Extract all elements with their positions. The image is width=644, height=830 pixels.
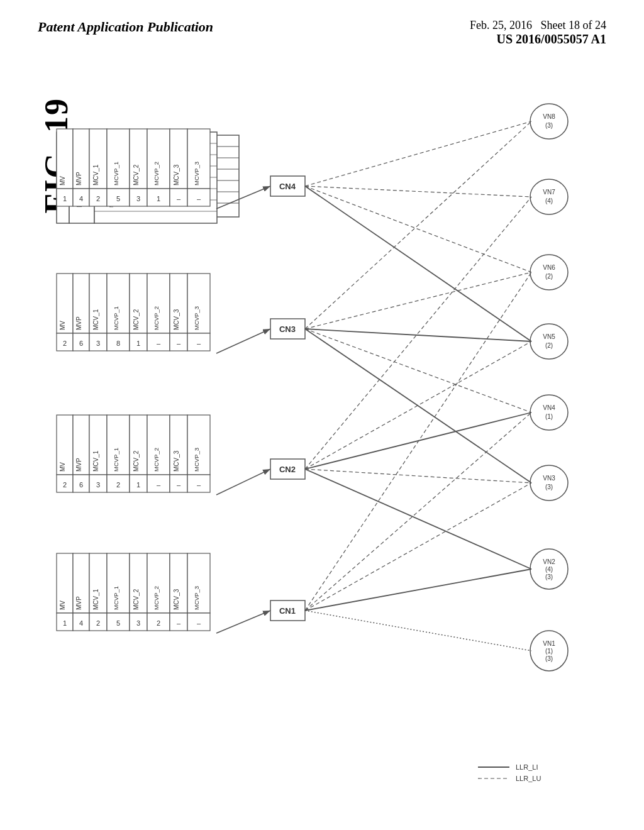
cn1-vn6-dashed <box>305 272 531 611</box>
svg-text:MCV_1: MCV_1 <box>92 164 99 185</box>
svg-text:MCV_3: MCV_3 <box>173 589 180 610</box>
vn5-circle: VN5 (2) <box>530 324 568 359</box>
cn3-vn8-dashed <box>305 121 531 329</box>
cn4-vn5-solid <box>305 186 531 341</box>
svg-text:–: – <box>197 481 201 489</box>
svg-text:–: – <box>177 481 181 489</box>
svg-text:–: – <box>177 340 181 347</box>
svg-text:MCV_1: MCV_1 <box>92 589 99 610</box>
svg-text:MCVP_1: MCVP_1 <box>113 448 119 472</box>
diagram-svg: MV MVP MCV_1 MCVP_1 MCV_2 MCVP_2 MCV_3 1… <box>0 82 644 805</box>
svg-text:MVP: MVP <box>75 458 82 472</box>
svg-text:(3): (3) <box>545 122 553 129</box>
cn1-vn2-solid <box>305 569 531 611</box>
svg-text:1: 1 <box>136 481 140 489</box>
svg-text:(2): (2) <box>545 273 553 280</box>
svg-text:MCVP_1: MCVP_1 <box>113 306 119 330</box>
svg-text:–: – <box>197 619 201 627</box>
svg-text:–: – <box>197 195 201 202</box>
vn2-circle: VN2 (4) (3) <box>530 549 568 589</box>
arrow-table1-cn1 <box>216 611 270 633</box>
cn3-vn5-solid <box>305 329 531 341</box>
pub-number: US 2016/0055057 A1 <box>497 32 606 47</box>
svg-text:VN6: VN6 <box>543 264 555 271</box>
svg-point-181 <box>530 179 568 214</box>
pub-date-sheet: Feb. 25, 2016 Sheet 18 of 24 <box>470 19 606 32</box>
svg-text:1: 1 <box>63 619 67 627</box>
svg-text:2: 2 <box>96 195 100 202</box>
svg-text:MV: MV <box>59 321 66 330</box>
vn6-circle: VN6 (2) <box>530 255 568 290</box>
cn3-box: CN3 <box>270 319 305 339</box>
svg-text:MCVP_3: MCVP_3 <box>193 586 200 610</box>
svg-text:CN3: CN3 <box>279 324 296 334</box>
svg-text:MV: MV <box>59 462 66 472</box>
cn3-vn3-solid <box>305 329 531 483</box>
svg-text:–: – <box>157 340 161 347</box>
svg-text:1: 1 <box>136 340 140 347</box>
svg-text:4: 4 <box>79 619 83 627</box>
cn2-table: MV MVP MCV_1 MCVP_1 MCV_2 MCVP_2 MCV_3 M… <box>57 415 210 492</box>
svg-text:(1): (1) <box>545 648 553 655</box>
svg-text:1: 1 <box>157 195 160 202</box>
svg-text:4: 4 <box>79 195 83 202</box>
svg-text:MCV_3: MCV_3 <box>173 309 180 330</box>
svg-text:(3): (3) <box>545 655 553 662</box>
svg-text:MCV_3: MCV_3 <box>173 450 180 472</box>
svg-text:–: – <box>157 481 161 489</box>
svg-text:MV: MV <box>59 176 66 185</box>
vn1-circle: VN1 (1) (3) <box>530 631 568 671</box>
svg-text:–: – <box>177 619 181 627</box>
svg-point-184 <box>530 255 568 290</box>
svg-text:5: 5 <box>116 619 120 627</box>
arrow-table2-cn2 <box>216 469 270 495</box>
cn1-vn3-dashed <box>305 483 531 611</box>
svg-text:(4): (4) <box>545 566 553 573</box>
svg-text:2: 2 <box>116 481 120 489</box>
publication-title: Patent Application Publication <box>38 19 213 35</box>
svg-text:MCVP_2: MCVP_2 <box>153 162 160 185</box>
svg-text:MCV_2: MCV_2 <box>133 589 140 610</box>
svg-text:MCVP_2: MCVP_2 <box>153 306 160 330</box>
svg-text:5: 5 <box>116 195 120 202</box>
svg-point-190 <box>530 395 568 430</box>
svg-text:MCVP_1: MCVP_1 <box>113 162 119 185</box>
cn4-vn6-dashed <box>305 186 531 272</box>
svg-text:MCV_2: MCV_2 <box>133 164 140 185</box>
header: Patent Application Publication Feb. 25, … <box>0 0 644 47</box>
svg-text:(4): (4) <box>545 197 553 204</box>
svg-text:VN8: VN8 <box>543 113 555 120</box>
svg-text:MCV_1: MCV_1 <box>92 450 99 472</box>
svg-text:(1): (1) <box>545 413 553 420</box>
svg-text:(3): (3) <box>545 484 553 490</box>
vn4-circle: VN4 (1) <box>530 395 568 430</box>
svg-text:MCVP_2: MCVP_2 <box>153 586 160 610</box>
svg-text:(3): (3) <box>545 573 553 580</box>
svg-text:VN3: VN3 <box>543 475 555 482</box>
cn2-vn3-dashed <box>305 469 531 483</box>
legend-solid-label: LLR_LI <box>516 763 538 771</box>
svg-text:MCVP_1: MCVP_1 <box>113 586 119 610</box>
svg-text:2: 2 <box>63 481 67 489</box>
cn2-box: CN2 <box>270 459 305 479</box>
svg-text:1: 1 <box>63 195 67 202</box>
vn7-circle: VN7 (4) <box>530 179 568 214</box>
svg-text:6: 6 <box>79 481 83 489</box>
svg-text:MV: MV <box>59 600 66 610</box>
svg-point-178 <box>530 104 568 139</box>
svg-text:3: 3 <box>136 195 140 202</box>
cn4-box: CN4 <box>270 176 305 196</box>
cn1-box: CN1 <box>270 600 305 621</box>
svg-text:VN5: VN5 <box>543 333 555 340</box>
svg-text:VN7: VN7 <box>543 189 555 196</box>
svg-text:MCV_2: MCV_2 <box>133 450 140 472</box>
svg-text:–: – <box>177 195 181 202</box>
cn4-table: MV MVP MCV_1 MCVP_1 MCV_2 MCVP_2 MCV_3 M… <box>57 129 210 206</box>
cn2-vn2-solid <box>305 469 531 569</box>
svg-text:2: 2 <box>157 619 160 627</box>
svg-text:MVP: MVP <box>75 316 82 330</box>
svg-text:3: 3 <box>96 340 100 347</box>
svg-text:CN2: CN2 <box>279 465 296 474</box>
svg-text:VN1: VN1 <box>543 640 555 647</box>
svg-text:MCVP_3: MCVP_3 <box>193 448 200 472</box>
